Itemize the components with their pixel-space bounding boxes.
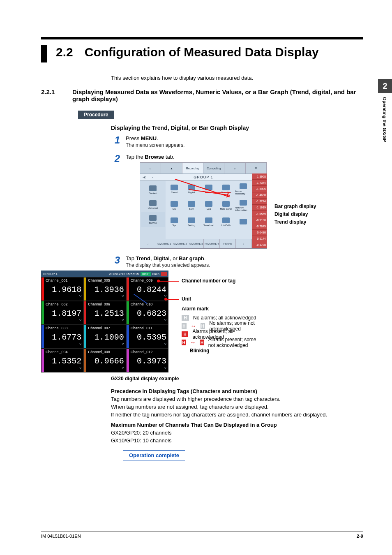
browse-item[interactable]: Multi panel xyxy=(217,197,235,214)
channel-cell: Channel_0021.8197V xyxy=(41,301,83,325)
side-value: -0.5144 xyxy=(252,236,267,242)
favorite-slot[interactable]: FAVORITE 4 xyxy=(204,239,220,248)
annot-channel: Channel number or tag xyxy=(182,278,235,284)
alarm-mark-icon: H xyxy=(182,323,187,329)
dg-disp-badge: DISP xyxy=(141,272,151,276)
fav-prev-icon[interactable]: ‹ xyxy=(140,239,156,248)
subsection-title: Displaying Measured Data as Waveforms, N… xyxy=(72,88,363,102)
side-value: -0.3788 xyxy=(252,242,267,248)
browse-item[interactable]: Mu xyxy=(166,197,183,214)
step-text-bold: Bar graph xyxy=(179,255,204,261)
channel-cell: Channel_0100.6823V xyxy=(126,301,168,325)
legend-text: No alarms; all acknowledged xyxy=(193,315,256,321)
callout-labels: Bar graph display Digital display Trend … xyxy=(274,203,316,227)
alarm-legend: HNo alarms; all acknowledged H↔HNo alarm… xyxy=(182,313,260,355)
side-value: -1.5985 xyxy=(252,186,267,192)
group-name: GROUP 1 xyxy=(157,175,250,179)
channel-cell: Channel_0080.9666V xyxy=(83,349,126,372)
nav-prev-icon[interactable]: ‹ xyxy=(148,176,157,179)
side-value: -1.3274 xyxy=(252,199,267,205)
channel-cell: Channel_0011.9618V xyxy=(41,277,83,301)
step-number: 2 xyxy=(111,154,120,164)
favorite-slot[interactable]: FAVORITE 3 xyxy=(188,239,204,248)
step-text: tab. xyxy=(164,154,174,160)
tab-recording[interactable]: Recording xyxy=(182,163,203,173)
subsection-row: 2.2.1 Displaying Measured Data as Wavefo… xyxy=(41,88,363,102)
step-3: 3 Tap Trend, Digital, or Bar graph. The … xyxy=(111,255,363,268)
alarm-mark-icon: H xyxy=(182,315,189,321)
browse-item[interactable]: Trend xyxy=(166,181,183,197)
legend-blinking: Blinking xyxy=(190,348,209,354)
nav-first-icon[interactable]: ≪ xyxy=(140,176,148,179)
record-icon xyxy=(161,272,167,276)
side-value: -0.6490 xyxy=(252,230,267,236)
channel-cell: Channel_0110.5395V xyxy=(126,325,168,349)
favorite-slot[interactable]: FAVORITE 2 xyxy=(172,239,188,248)
sidebar-browse[interactable]: Browse xyxy=(141,212,165,227)
intro-text: This section explains how to display var… xyxy=(111,75,363,81)
fav-next-icon[interactable]: › xyxy=(236,239,252,248)
step-text-bold: Digital xyxy=(153,255,170,261)
annot-alarm: Alarm mark xyxy=(182,306,209,312)
step-subtext: The menu screen appears. xyxy=(126,142,363,148)
dg-rate: 8min xyxy=(152,272,159,276)
callout-digital: Digital display xyxy=(274,210,316,218)
step-number: 1 xyxy=(111,135,120,145)
precedence-heading: Precedence in Displaying Tags (Character… xyxy=(111,388,257,394)
maxch-heading: Maximum Number of Channels That Can Be D… xyxy=(111,422,277,428)
side-value: -1.1919 xyxy=(252,205,267,211)
tab-home-icon[interactable]: ⌂ xyxy=(140,163,161,173)
page-footer: IM 04L51B01-01EN 2-9 xyxy=(41,532,363,539)
figure-caption: GX20 digital display example xyxy=(111,376,363,382)
step-text: Tap xyxy=(126,255,136,261)
favorite-slot[interactable]: FAVORITE 1 xyxy=(156,239,172,248)
procedure-label: Procedure xyxy=(78,111,114,119)
browse-item[interactable]: Alarm summary xyxy=(235,181,252,197)
title-marker xyxy=(41,45,47,62)
side-value: -0.7845 xyxy=(252,223,267,229)
step-text: , or xyxy=(170,255,179,261)
step-subtext: The display that you selected appears. xyxy=(126,262,363,268)
alarm-mark-icon: H xyxy=(201,323,205,329)
tab-close-icon[interactable]: ✕ xyxy=(246,163,267,173)
alarm-mark-icon: H xyxy=(182,340,186,345)
channel-cell: Channel_0051.3936V xyxy=(83,277,126,301)
tab-computing[interactable]: Computing xyxy=(203,163,224,173)
browse-item[interactable]: Init/Calib xyxy=(217,214,235,230)
channel-cell: Channel_0031.6773V xyxy=(41,325,83,349)
browse-item[interactable]: Network information xyxy=(235,197,252,214)
channel-cell: Channel_0041.5352V xyxy=(41,349,83,372)
step-text-bold: Browse xyxy=(145,154,164,160)
step-text-bold: MENU xyxy=(141,135,157,141)
channel-cell: Channel_0061.2513V xyxy=(83,301,126,325)
sidebar-universal[interactable]: Universal xyxy=(141,197,165,212)
legend-text: Alarms present; some not acknowledged xyxy=(208,337,260,348)
sidebar-context[interactable]: Context xyxy=(141,183,165,197)
browse-item[interactable] xyxy=(235,214,252,230)
tab-eject-icon[interactable]: ▲ xyxy=(161,163,182,173)
side-value: -1.0569 xyxy=(252,211,267,217)
alarm-mark-icon: H xyxy=(200,340,204,345)
tab-brightness-icon[interactable]: ☼ xyxy=(224,163,245,173)
browse-item[interactable]: Sys xyxy=(166,214,183,230)
chapter-number: 2 xyxy=(378,79,392,93)
callout-bar: Bar graph display xyxy=(274,203,316,210)
browse-item[interactable]: Log xyxy=(200,197,217,214)
doc-id: IM 04L51B01-01EN xyxy=(41,534,81,539)
chapter-side-tab: 2 Operating the GX/GP xyxy=(378,79,392,142)
callout-trend: Trend display xyxy=(274,218,316,226)
digital-display-screenshot: GROUP 1 2012/12/12 15:55:15 DISP 8min Ch… xyxy=(41,271,168,372)
browse-item[interactable]: Bar xyxy=(200,181,217,197)
top-rule xyxy=(41,37,363,39)
precedence-p2: When tag numbers are not assigned, tag c… xyxy=(111,404,363,410)
step-text: Tap the xyxy=(126,154,145,160)
chapter-title: Operating the GX/GP xyxy=(382,97,387,142)
side-value: -1.8968 xyxy=(252,173,267,180)
operation-complete-box: Operation complete xyxy=(123,450,185,460)
browse-item[interactable]: Setting xyxy=(183,214,200,230)
blink-arrow-icon: ↔ xyxy=(190,339,196,346)
browse-item[interactable]: Sum xyxy=(183,197,200,214)
step-text: . xyxy=(204,255,206,261)
browse-item[interactable]: Save load xyxy=(200,214,217,230)
favorite-slot[interactable]: Favorite xyxy=(220,239,236,248)
